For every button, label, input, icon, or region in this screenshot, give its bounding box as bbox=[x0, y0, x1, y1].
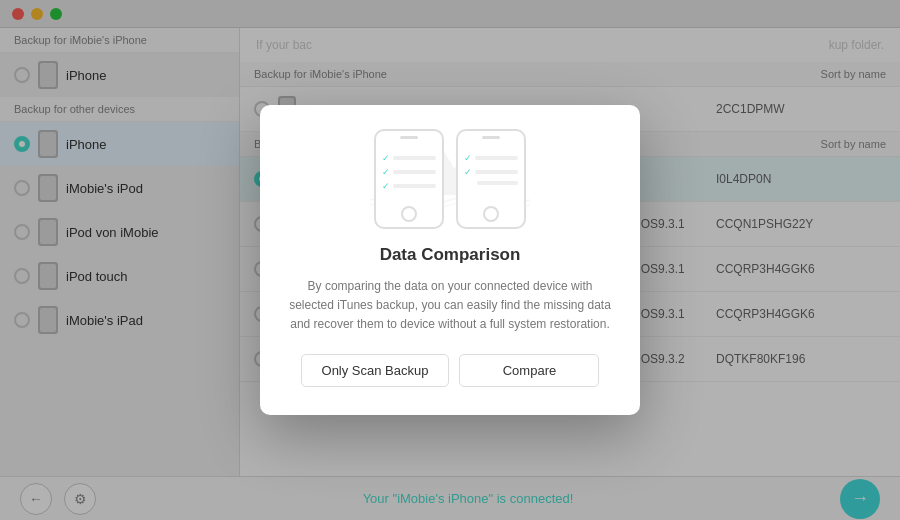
modal-description: By comparing the data on your connected … bbox=[288, 277, 612, 335]
scan-backup-button[interactable]: Only Scan Backup bbox=[301, 354, 450, 387]
modal-title: Data Comparison bbox=[288, 245, 612, 265]
data-comparison-modal: ✓ ✓ ✓ ✓ ✓ Data Comparison By comparing t… bbox=[260, 105, 640, 416]
modal-illustration: ✓ ✓ ✓ ✓ ✓ bbox=[288, 129, 612, 229]
modal-buttons: Only Scan Backup Compare bbox=[288, 354, 612, 387]
phone-left: ✓ ✓ ✓ bbox=[374, 129, 444, 229]
phone-right: ✓ ✓ bbox=[456, 129, 526, 229]
modal-overlay: ✓ ✓ ✓ ✓ ✓ Data Comparison By comparing t… bbox=[0, 0, 900, 520]
compare-button[interactable]: Compare bbox=[459, 354, 599, 387]
app-window: Backup for iMobie's iPhone iPhone Backup… bbox=[0, 0, 900, 520]
